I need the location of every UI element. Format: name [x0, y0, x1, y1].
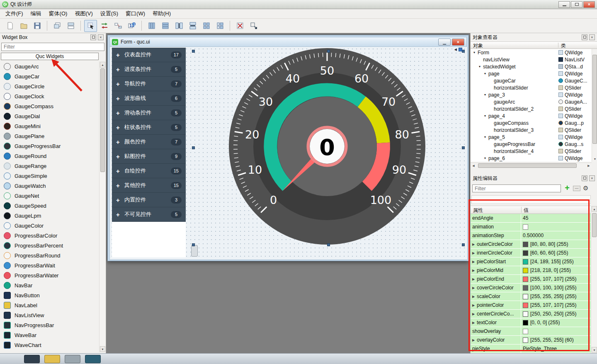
widget-box-item[interactable]: NavProgressBar [0, 320, 99, 330]
edit-buddies-button[interactable] [112, 20, 124, 32]
widget-box-item[interactable]: ProgressBarWait [0, 260, 99, 270]
edit-widgets-button[interactable] [84, 20, 97, 32]
widget-box-item[interactable]: GaugeRange [0, 161, 99, 171]
layout-horizontal-button[interactable] [159, 20, 172, 32]
property-row-pie-color-start[interactable]: ▶pieColorStart[24, 189, 155] (255) [471, 257, 591, 266]
property-row-text-color[interactable]: ▶textColor[0, 0, 0] (255) [471, 318, 591, 327]
expand-arrow-icon[interactable]: ▶ [472, 321, 476, 325]
scrollbar-thumb[interactable] [478, 163, 577, 168]
configure-icon[interactable]: ⚙ [583, 184, 588, 192]
save-file-button[interactable] [31, 20, 44, 32]
object-row-Form[interactable]: ▾FormQWidge [471, 49, 592, 56]
widget-box-item[interactable]: ProgressBarWater [0, 270, 99, 280]
object-row-navListView[interactable]: navListViewNavListV [471, 56, 592, 63]
close-panel-button[interactable]: × [98, 34, 104, 40]
scroll-right-icon[interactable]: ▶ [586, 163, 592, 168]
widget-box-item[interactable]: WaveChart [0, 340, 99, 350]
expand-arrow-icon[interactable]: ▾ [483, 156, 487, 160]
scroll-down-icon[interactable]: ▼ [592, 347, 597, 353]
property-row-overlay-color[interactable]: ▶overlayColor[255, 255, 255] (60) [471, 336, 591, 345]
property-row-pie-style[interactable]: pieStylePieStyle_Three [471, 345, 591, 353]
menu-item-5[interactable]: 窗口(W) [122, 9, 149, 19]
menu-item-1[interactable]: 编辑 [27, 9, 45, 19]
widget-box-item[interactable]: GaugeProgressBar [0, 141, 99, 151]
property-grid-scrollbar[interactable]: ▲ ▼ [591, 206, 597, 353]
scroll-down-icon[interactable]: ▼ [592, 156, 597, 162]
open-file-button[interactable] [17, 20, 30, 32]
new-file-button[interactable] [3, 20, 16, 32]
widget-box-item[interactable]: GaugeMini [0, 121, 99, 131]
expand-arrow-icon[interactable]: ▶ [472, 286, 476, 290]
expand-arrow-icon[interactable]: ▾ [483, 93, 487, 97]
property-row-end-angle[interactable]: endAngle45 [471, 214, 591, 223]
checkbox[interactable] [523, 329, 528, 334]
widget-box-item[interactable]: GaugeSpeed [0, 201, 99, 211]
edit-signals-slots-button[interactable] [98, 20, 111, 32]
property-row-center-circle-co-[interactable]: ▶centerCircleCo...[250, 250, 250] (255) [471, 310, 591, 318]
object-row-page[interactable]: ▾pageQWidge [471, 70, 592, 77]
widget-box-item[interactable]: NavLabel [0, 300, 99, 310]
widget-box-item[interactable]: ProgressBarPercent [0, 240, 99, 250]
widget-box-item[interactable]: GaugeSimple [0, 171, 99, 181]
object-row-stackedWidget[interactable]: ▾stackedWidgetQSta...d [471, 63, 592, 70]
prev-page-icon[interactable]: ◀ [454, 48, 457, 51]
checkbox[interactable] [523, 224, 528, 230]
add-property-button[interactable]: + [563, 184, 572, 193]
expand-arrow-icon[interactable]: ▶ [472, 303, 476, 307]
cascade-windows-button[interactable] [51, 20, 63, 32]
expand-arrow-icon[interactable]: ▾ [483, 135, 487, 139]
widget-box-item[interactable]: NavButton [0, 290, 99, 300]
object-tree-hscrollbar[interactable]: ◀ ▶ [471, 163, 592, 168]
widget-box-item[interactable]: GaugePlane [0, 131, 99, 141]
menu-item-6[interactable]: 帮助(H) [149, 9, 175, 19]
object-row-page_3[interactable]: ▾page_3QWidge [471, 91, 592, 98]
widget-box-item[interactable]: WaveBar [0, 330, 99, 340]
object-row-page_5[interactable]: ▾page_5QWidge [471, 133, 592, 141]
widget-box-item[interactable]: GaugeNet [0, 191, 99, 201]
scroll-up-icon[interactable]: ▲ [100, 62, 105, 68]
expand-arrow-icon[interactable]: ▶ [472, 269, 476, 272]
widget-box-item[interactable]: GaugeRound [0, 151, 99, 161]
form-minimize-button[interactable]: ▁ [438, 39, 451, 46]
scroll-up-icon[interactable]: ▲ [592, 206, 597, 212]
expand-arrow-icon[interactable]: ▾ [483, 114, 487, 118]
layout-vertical-button[interactable] [145, 20, 158, 32]
selection-handle[interactable] [462, 243, 465, 246]
object-row-gaugeProgressBar[interactable]: gaugeProgressBarGaug...s [471, 141, 592, 148]
expand-arrow-icon[interactable]: ▾ [472, 51, 476, 54]
widget-box-item[interactable]: GaugeColor [0, 221, 99, 231]
float-panel-button[interactable] [582, 34, 587, 40]
object-row-gaugeArc[interactable]: gaugeArcGaugeA... [471, 98, 592, 105]
taskbar-item[interactable] [85, 355, 101, 363]
selection-handle[interactable] [462, 146, 465, 149]
remove-property-button[interactable]: — [573, 186, 580, 191]
widget-box-item[interactable]: NavListView [0, 310, 99, 320]
object-row-horizontalSlider_4[interactable]: horizontalSlider_4QSlider [471, 148, 592, 155]
menu-item-4[interactable]: 设置(S) [97, 9, 122, 19]
tile-windows-button[interactable] [64, 20, 77, 32]
scrollbar-thumb[interactable] [100, 68, 105, 172]
close-button[interactable]: × [583, 1, 595, 8]
object-row-page_6[interactable]: ▾page_6QWidge [471, 155, 592, 162]
scroll-left-icon[interactable]: ◀ [471, 163, 476, 168]
property-filter-input[interactable] [472, 184, 561, 192]
float-panel-button[interactable] [90, 34, 96, 40]
widget-category-header[interactable]: Quc Widgets [1, 53, 99, 60]
break-layout-button[interactable] [233, 20, 246, 32]
expand-arrow-icon[interactable]: ▶ [472, 277, 476, 281]
menu-item-2[interactable]: 窗体(O) [45, 9, 71, 19]
scrollbar-thumb[interactable] [592, 55, 597, 144]
maximize-button[interactable] [571, 1, 582, 8]
property-row-animation-step[interactable]: animationStep0.500000 [471, 231, 591, 240]
minimize-button[interactable] [558, 1, 570, 8]
form-titlebar[interactable]: Qt Form - quc.ui ▁ × [109, 37, 467, 47]
menu-item-3[interactable]: 视图(V) [71, 9, 96, 19]
expand-arrow-icon[interactable]: ▶ [472, 312, 476, 316]
object-row-horizontalSlider[interactable]: horizontalSliderQSlider [471, 84, 592, 91]
object-row-gaugeCar[interactable]: gaugeCarGaugeC... [471, 77, 592, 84]
property-row-pointer-color[interactable]: ▶pointerColor[255, 107, 107] (255) [471, 301, 591, 310]
expand-arrow-icon[interactable]: ▶ [472, 260, 476, 264]
column-header-value[interactable]: 值 [524, 207, 529, 214]
object-row-gaugeCompass[interactable]: gaugeCompassGaug...p [471, 119, 592, 126]
property-row-show-overlay[interactable]: showOverlay [471, 327, 591, 336]
